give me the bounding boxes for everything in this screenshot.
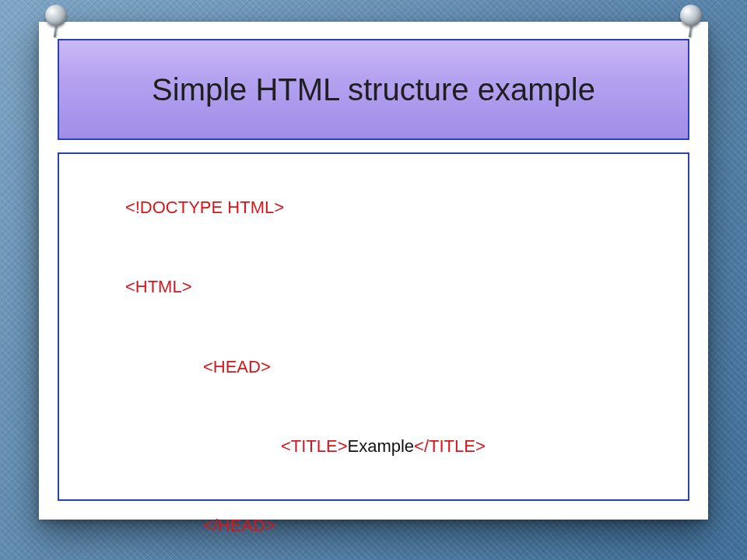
code-line: </HEAD> [87, 486, 666, 560]
slide-title-bar: Simple HTML structure example [58, 39, 689, 140]
slide-background: Simple HTML structure example <!DOCTYPE … [0, 0, 747, 560]
slide-paper: Simple HTML structure example <!DOCTYPE … [39, 22, 708, 520]
code-line: <HTML> [87, 247, 666, 327]
code-line: <TITLE>Example</TITLE> [87, 407, 666, 486]
tag-title-close: </TITLE> [414, 436, 486, 456]
pushpin-icon [675, 5, 707, 36]
code-line: <HEAD> [87, 327, 666, 407]
text-title: Example [348, 436, 415, 456]
code-example-box: <!DOCTYPE HTML> <HTML> <HEAD> <TITLE>Exa… [58, 152, 689, 501]
tag-html-open: <HTML> [125, 277, 192, 296]
code-line: <!DOCTYPE HTML> [87, 168, 666, 247]
tag-title-open: <TITLE> [281, 436, 348, 456]
slide-title-text: Simple HTML structure example [152, 71, 595, 108]
tag-doctype: <!DOCTYPE HTML> [125, 198, 284, 217]
tag-head-open: <HEAD> [203, 357, 271, 376]
tag-head-close: </HEAD> [203, 516, 275, 535]
pushpin-icon [40, 5, 72, 36]
